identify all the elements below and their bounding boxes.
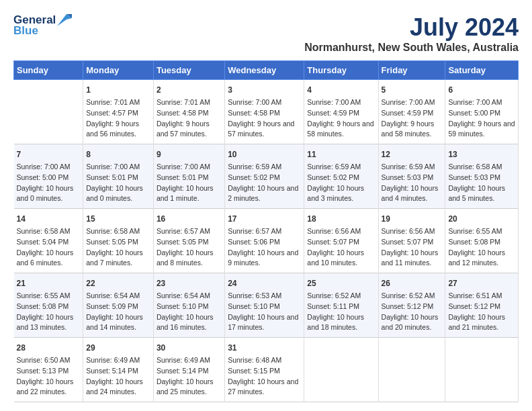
week-row-4: 21Sunrise: 6:55 AMSunset: 5:08 PMDayligh… (14, 273, 519, 338)
header-cell-wednesday: Wednesday (225, 61, 304, 80)
day-number: 14 (17, 213, 81, 225)
day-cell: 20Sunrise: 6:55 AMSunset: 5:08 PMDayligh… (445, 209, 519, 273)
day-cell: 14Sunrise: 6:58 AMSunset: 5:04 PMDayligh… (14, 209, 83, 273)
day-info: Sunrise: 6:59 AMSunset: 5:02 PMDaylight:… (228, 162, 301, 204)
day-cell: 4Sunrise: 7:00 AMSunset: 4:59 PMDaylight… (304, 80, 378, 144)
day-info: Sunrise: 7:01 AMSunset: 4:58 PMDaylight:… (157, 97, 222, 140)
day-cell: 9Sunrise: 7:00 AMSunset: 5:01 PMDaylight… (153, 144, 224, 209)
day-number: 20 (448, 213, 515, 225)
day-cell: 12Sunrise: 6:59 AMSunset: 5:03 PMDayligh… (378, 144, 445, 209)
day-info: Sunrise: 6:54 AMSunset: 5:10 PMDaylight:… (157, 291, 222, 333)
day-number: 24 (228, 277, 301, 289)
day-cell: 18Sunrise: 6:56 AMSunset: 5:07 PMDayligh… (304, 209, 378, 273)
day-info: Sunrise: 6:58 AMSunset: 5:03 PMDaylight:… (448, 162, 515, 204)
day-cell: 24Sunrise: 6:53 AMSunset: 5:10 PMDayligh… (225, 273, 304, 338)
day-number: 18 (307, 213, 375, 225)
day-info: Sunrise: 6:50 AMSunset: 5:13 PMDaylight:… (17, 355, 81, 398)
day-info: Sunrise: 6:54 AMSunset: 5:09 PMDaylight:… (86, 291, 150, 333)
day-cell: 13Sunrise: 6:58 AMSunset: 5:03 PMDayligh… (445, 144, 519, 209)
day-cell: 8Sunrise: 7:00 AMSunset: 5:01 PMDaylight… (83, 144, 154, 209)
day-info: Sunrise: 6:49 AMSunset: 5:14 PMDaylight:… (86, 355, 150, 398)
day-number: 16 (157, 213, 222, 225)
day-info: Sunrise: 6:48 AMSunset: 5:15 PMDaylight:… (228, 355, 301, 398)
day-info: Sunrise: 6:55 AMSunset: 5:08 PMDaylight:… (448, 226, 515, 269)
day-info: Sunrise: 6:57 AMSunset: 5:05 PMDaylight:… (157, 226, 222, 269)
day-cell: 23Sunrise: 6:54 AMSunset: 5:10 PMDayligh… (153, 273, 224, 338)
day-cell: 1Sunrise: 7:01 AMSunset: 4:57 PMDaylight… (83, 80, 154, 144)
day-number: 21 (17, 277, 81, 289)
day-number: 31 (228, 342, 301, 354)
day-number: 8 (86, 148, 150, 161)
header: General Blue July 2024 Normanhurst, New … (13, 13, 519, 54)
day-number: 15 (86, 213, 150, 225)
day-number: 28 (17, 342, 81, 354)
day-number: 17 (228, 213, 301, 225)
day-cell: 21Sunrise: 6:55 AMSunset: 5:08 PMDayligh… (14, 273, 83, 338)
day-cell: 6Sunrise: 7:00 AMSunset: 5:00 PMDaylight… (445, 80, 519, 144)
day-cell: 11Sunrise: 6:59 AMSunset: 5:02 PMDayligh… (304, 144, 378, 209)
day-number: 2 (157, 84, 222, 96)
day-number: 30 (157, 342, 222, 354)
header-cell-sunday: Sunday (14, 61, 83, 80)
calendar-table: SundayMondayTuesdayWednesdayThursdayFrid… (13, 60, 519, 402)
day-info: Sunrise: 6:57 AMSunset: 5:06 PMDaylight:… (228, 226, 301, 269)
header-cell-friday: Friday (378, 61, 445, 80)
day-number: 5 (382, 84, 443, 96)
day-number: 26 (382, 277, 443, 289)
day-info: Sunrise: 7:00 AMSunset: 5:00 PMDaylight:… (17, 162, 81, 204)
day-info: Sunrise: 7:00 AMSunset: 5:01 PMDaylight:… (157, 162, 222, 204)
day-info: Sunrise: 6:52 AMSunset: 5:11 PMDaylight:… (307, 291, 375, 333)
day-cell: 10Sunrise: 6:59 AMSunset: 5:02 PMDayligh… (225, 144, 304, 209)
header-cell-monday: Monday (83, 61, 154, 80)
day-number: 29 (86, 342, 150, 354)
day-cell: 17Sunrise: 6:57 AMSunset: 5:06 PMDayligh… (225, 209, 304, 273)
day-cell (304, 338, 378, 402)
day-info: Sunrise: 6:56 AMSunset: 5:07 PMDaylight:… (382, 226, 443, 269)
day-info: Sunrise: 7:00 AMSunset: 4:59 PMDaylight:… (382, 97, 443, 140)
day-cell: 30Sunrise: 6:49 AMSunset: 5:14 PMDayligh… (153, 338, 224, 402)
day-cell: 31Sunrise: 6:48 AMSunset: 5:15 PMDayligh… (225, 338, 304, 402)
day-info: Sunrise: 6:59 AMSunset: 5:03 PMDaylight:… (382, 162, 443, 204)
day-number: 9 (157, 148, 222, 161)
day-number: 13 (448, 148, 515, 161)
day-number: 25 (307, 277, 375, 289)
day-number: 4 (307, 84, 375, 96)
day-number: 23 (157, 277, 222, 289)
day-cell: 26Sunrise: 6:52 AMSunset: 5:12 PMDayligh… (378, 273, 445, 338)
day-info: Sunrise: 7:00 AMSunset: 5:01 PMDaylight:… (86, 162, 150, 204)
header-cell-saturday: Saturday (445, 61, 519, 80)
title-area: July 2024 Normanhurst, New South Wales, … (304, 13, 519, 54)
day-number: 7 (17, 148, 81, 161)
day-cell: 22Sunrise: 6:54 AMSunset: 5:09 PMDayligh… (83, 273, 154, 338)
day-cell: 19Sunrise: 6:56 AMSunset: 5:07 PMDayligh… (378, 209, 445, 273)
header-cell-thursday: Thursday (304, 61, 378, 80)
day-info: Sunrise: 6:58 AMSunset: 5:05 PMDaylight:… (86, 226, 150, 269)
header-cell-tuesday: Tuesday (153, 61, 224, 80)
day-number: 22 (86, 277, 150, 289)
day-number: 6 (448, 84, 515, 96)
day-info: Sunrise: 6:56 AMSunset: 5:07 PMDaylight:… (307, 226, 375, 269)
day-info: Sunrise: 6:52 AMSunset: 5:12 PMDaylight:… (382, 291, 443, 333)
day-cell: 3Sunrise: 7:00 AMSunset: 4:58 PMDaylight… (225, 80, 304, 144)
day-info: Sunrise: 7:00 AMSunset: 4:58 PMDaylight:… (228, 97, 301, 140)
day-number: 1 (86, 84, 150, 96)
logo-blue: Blue (13, 24, 38, 38)
day-info: Sunrise: 6:53 AMSunset: 5:10 PMDaylight:… (228, 291, 301, 333)
header-row: SundayMondayTuesdayWednesdayThursdayFrid… (14, 61, 519, 80)
day-number: 27 (448, 277, 515, 289)
day-info: Sunrise: 6:58 AMSunset: 5:04 PMDaylight:… (17, 226, 81, 269)
week-row-5: 28Sunrise: 6:50 AMSunset: 5:13 PMDayligh… (14, 338, 519, 402)
day-cell (378, 338, 445, 402)
day-number: 11 (307, 148, 375, 161)
day-number: 10 (228, 148, 301, 161)
day-cell: 29Sunrise: 6:49 AMSunset: 5:14 PMDayligh… (83, 338, 154, 402)
day-info: Sunrise: 6:51 AMSunset: 5:12 PMDaylight:… (448, 291, 515, 333)
day-cell (445, 338, 519, 402)
subtitle: Normanhurst, New South Wales, Australia (304, 42, 519, 54)
week-row-2: 7Sunrise: 7:00 AMSunset: 5:00 PMDaylight… (14, 144, 519, 209)
day-cell: 15Sunrise: 6:58 AMSunset: 5:05 PMDayligh… (83, 209, 154, 273)
week-row-3: 14Sunrise: 6:58 AMSunset: 5:04 PMDayligh… (14, 209, 519, 273)
logo: General Blue (13, 13, 72, 38)
day-cell: 27Sunrise: 6:51 AMSunset: 5:12 PMDayligh… (445, 273, 519, 338)
day-cell (14, 80, 83, 144)
